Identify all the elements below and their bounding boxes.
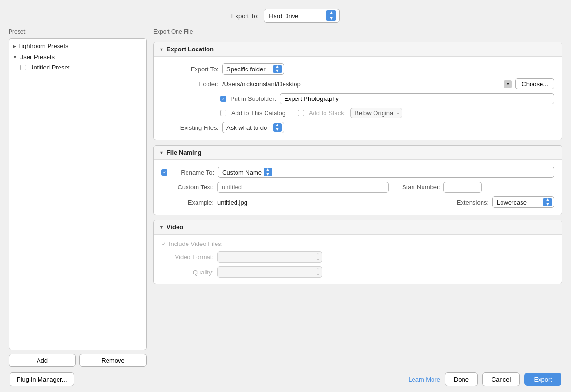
untitled-preset-checkbox[interactable] bbox=[20, 65, 26, 70]
start-number-input[interactable] bbox=[443, 182, 482, 193]
bottom-bar: Plug-in Manager... Learn More Done Cance… bbox=[0, 367, 571, 392]
file-naming-title: File Naming bbox=[167, 149, 202, 156]
include-video-row: ✓ Include Video Files: bbox=[161, 238, 554, 249]
add-stack-label: Add to Stack: bbox=[309, 109, 345, 117]
folder-path: /Users/nickconstant/Desktop bbox=[222, 80, 500, 88]
subfolder-label: Put in Subfolder: bbox=[230, 95, 276, 102]
choose-button[interactable]: Choose... bbox=[515, 78, 554, 89]
export-to-row: Export To: Specific folder ▲ ▼ bbox=[154, 61, 562, 77]
export-button[interactable]: Export bbox=[524, 373, 561, 386]
quality-row: Quality: ⌃⌄ bbox=[161, 265, 554, 280]
video-format-select[interactable]: ⌃⌄ bbox=[217, 251, 322, 263]
export-to-top-value: Hard Drive bbox=[269, 12, 323, 20]
video-format-row: Video Format: ⌃⌄ bbox=[161, 249, 554, 265]
export-dialog: Export To: Hard Drive ▲ ▼ Preset: ▶ Ligh… bbox=[0, 0, 571, 392]
add-stack-checkbox[interactable] bbox=[298, 110, 304, 116]
export-one-label: Export One File bbox=[153, 29, 562, 35]
stack-select-value: Below Original bbox=[354, 109, 394, 117]
add-catalog-label: Add to This Catalog bbox=[231, 109, 286, 117]
rename-to-select[interactable]: Custom Name ▲ ▼ bbox=[218, 167, 554, 178]
start-number-section: Start Number: bbox=[402, 182, 482, 193]
video-body: ✓ Include Video Files: Video Format: ⌃⌄ … bbox=[154, 235, 562, 284]
export-to-arrow[interactable]: ▲ ▼ bbox=[273, 65, 282, 73]
example-value: untitled.jpg bbox=[217, 199, 247, 206]
rename-checkbox[interactable]: ✓ bbox=[161, 169, 167, 176]
file-naming-header: ▼ File Naming bbox=[154, 146, 562, 160]
lightroom-presets-label: Lightroom Presets bbox=[18, 42, 69, 49]
example-label: Example: bbox=[161, 199, 214, 206]
export-to-select[interactable]: Specific folder ▲ ▼ bbox=[222, 63, 284, 75]
rename-to-value: Custom Name bbox=[222, 169, 262, 176]
existing-files-label: Existing Files: bbox=[161, 124, 218, 131]
custom-text-label: Custom Text: bbox=[161, 184, 214, 191]
cancel-button[interactable]: Cancel bbox=[482, 372, 520, 386]
export-location-title: Export Location bbox=[167, 46, 214, 53]
export-location-header: ▼ Export Location bbox=[154, 42, 562, 57]
include-video-check: ✓ bbox=[161, 241, 166, 247]
remove-button[interactable]: Remove bbox=[79, 354, 147, 367]
existing-files-value: Ask what to do bbox=[226, 124, 271, 131]
preset-list: ▶ Lightroom Presets ▼ User Presets Untit… bbox=[9, 38, 147, 350]
plugin-manager-button[interactable]: Plug-in Manager... bbox=[10, 372, 74, 386]
export-location-panel: ▼ Export Location Export To: Specific fo… bbox=[153, 42, 562, 140]
include-video-label: Include Video Files: bbox=[169, 240, 223, 247]
custom-text-input[interactable] bbox=[217, 182, 389, 193]
folder-label: Folder: bbox=[161, 80, 218, 88]
file-naming-panel: ▼ File Naming ✓ Rename To: Custom Name ▲… bbox=[153, 145, 562, 215]
video-format-arrow: ⌃⌄ bbox=[316, 253, 320, 261]
rename-to-label: Rename To: bbox=[171, 169, 214, 176]
video-header: ▼ Video bbox=[154, 220, 562, 235]
learn-more-link[interactable]: Learn More bbox=[408, 376, 440, 383]
export-to-value: Specific folder bbox=[226, 66, 271, 73]
export-location-body: Export To: Specific folder ▲ ▼ Folder: / bbox=[154, 57, 562, 140]
existing-files-row: Existing Files: Ask what to do ▲ ▼ bbox=[154, 120, 562, 135]
sidebar-buttons: Add Remove bbox=[9, 354, 147, 367]
export-location-triangle: ▼ bbox=[159, 47, 164, 52]
stack-select[interactable]: Below Original ⌄ bbox=[350, 108, 402, 118]
untitled-preset-item[interactable]: Untitled Preset bbox=[9, 62, 146, 72]
untitled-preset-label: Untitled Preset bbox=[29, 64, 69, 71]
subfolder-input[interactable] bbox=[280, 93, 554, 104]
example-row: Example: untitled.jpg Extensions: Lowerc… bbox=[154, 195, 562, 210]
subfolder-row: ✓ Put in Subfolder: bbox=[154, 91, 562, 106]
export-to-label: Export To: bbox=[161, 66, 218, 73]
quality-select[interactable]: ⌃⌄ bbox=[217, 266, 322, 278]
sidebar: Preset: ▶ Lightroom Presets ▼ User Prese… bbox=[9, 29, 147, 367]
catalog-row: Add to This Catalog Add to Stack: Below … bbox=[154, 106, 562, 120]
done-button[interactable]: Done bbox=[445, 372, 478, 386]
add-catalog-checkbox[interactable] bbox=[220, 110, 226, 116]
user-presets-label: User Presets bbox=[19, 53, 55, 60]
file-naming-body: ✓ Rename To: Custom Name ▲ ▼ Custom Text bbox=[154, 160, 562, 215]
extensions-section: Extensions: Lowercase ▲ ▼ bbox=[457, 196, 554, 208]
start-number-label: Start Number: bbox=[402, 184, 441, 191]
extensions-select[interactable]: Lowercase ▲ ▼ bbox=[492, 196, 554, 208]
quality-label: Quality: bbox=[161, 269, 214, 276]
extensions-label: Extensions: bbox=[457, 199, 489, 206]
folder-dropdown-btn[interactable]: ▼ bbox=[504, 80, 512, 88]
subfolder-checkbox[interactable]: ✓ bbox=[220, 96, 226, 102]
video-panel: ▼ Video ✓ Include Video Files: Video For… bbox=[153, 220, 562, 284]
user-presets-triangle: ▼ bbox=[13, 55, 17, 59]
main-content: Preset: ▶ Lightroom Presets ▼ User Prese… bbox=[0, 29, 571, 367]
export-to-top-select[interactable]: Hard Drive ▲ ▼ bbox=[264, 9, 340, 23]
video-format-label: Video Format: bbox=[161, 254, 214, 261]
video-triangle: ▼ bbox=[159, 225, 164, 230]
export-to-top-label: Export To: bbox=[231, 12, 259, 20]
add-button[interactable]: Add bbox=[9, 354, 76, 367]
quality-arrow: ⌃⌄ bbox=[316, 268, 320, 276]
custom-text-row: Custom Text: Start Number: bbox=[154, 180, 562, 195]
existing-files-arrow[interactable]: ▲ ▼ bbox=[273, 123, 282, 132]
video-title: Video bbox=[167, 224, 183, 231]
file-naming-triangle: ▼ bbox=[159, 150, 164, 155]
lightroom-presets-triangle: ▶ bbox=[13, 44, 16, 49]
rename-to-row: ✓ Rename To: Custom Name ▲ ▼ bbox=[154, 165, 562, 180]
lightroom-presets-group[interactable]: ▶ Lightroom Presets bbox=[9, 40, 146, 51]
right-panels: Export One File ▼ Export Location Export… bbox=[153, 29, 562, 367]
export-to-stepper[interactable]: ▲ ▼ bbox=[326, 10, 336, 21]
rename-to-arrow[interactable]: ▲ ▼ bbox=[264, 168, 272, 176]
existing-files-select[interactable]: Ask what to do ▲ ▼ bbox=[222, 122, 284, 133]
user-presets-group[interactable]: ▼ User Presets bbox=[9, 51, 146, 62]
top-bar: Export To: Hard Drive ▲ ▼ bbox=[0, 0, 571, 29]
extensions-value: Lowercase bbox=[497, 199, 541, 206]
extensions-arrow[interactable]: ▲ ▼ bbox=[543, 198, 552, 206]
